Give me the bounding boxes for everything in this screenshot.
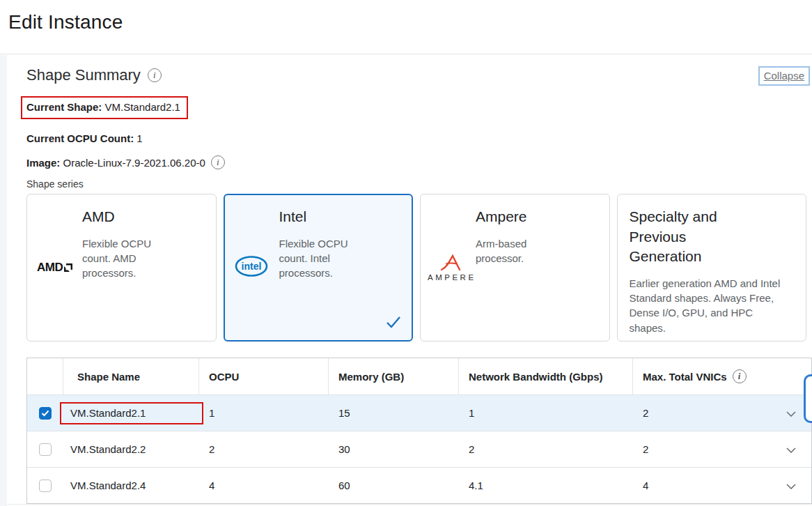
- col-network-bandwidth: Network Bandwidth (Gbps): [459, 358, 633, 394]
- chevron-down-icon[interactable]: [786, 443, 796, 455]
- card-amd[interactable]: AMD AMD Flexible OCPU count. AMD process…: [26, 194, 217, 342]
- cell-shape-name: VM.Standard2.2: [63, 431, 199, 467]
- cell-bandwidth: 4.1: [459, 468, 633, 503]
- cell-shape-name: VM.Standard2.1: [63, 395, 199, 431]
- shape-summary-heading: Shape Summary: [26, 66, 141, 84]
- current-ocpu-value: 1: [136, 132, 142, 144]
- shape-summary-panel: Shape Summary i Collapse Current Shape: …: [7, 55, 812, 506]
- cell-vnics: 2: [633, 395, 811, 431]
- collapse-button[interactable]: Collapse: [758, 66, 810, 86]
- cell-shape-name: VM.Standard2.4: [63, 468, 199, 503]
- table-row-vm-standard2-1[interactable]: VM.Standard2.1 1 15 1 2: [27, 394, 811, 431]
- selected-check-icon: [385, 315, 402, 332]
- row-checkbox-checked[interactable]: [39, 407, 52, 420]
- current-shape-field: Current Shape: VM.Standard2.1: [26, 101, 180, 113]
- shape-series-cards: AMD AMD Flexible OCPU count. AMD process…: [26, 194, 806, 342]
- panel-heading-row: Shape Summary i Collapse: [26, 66, 810, 86]
- shapes-table: Shape Name OCPU Memory (GB) Network Band…: [26, 358, 812, 504]
- cell-ocpu: 1: [199, 395, 329, 431]
- shape-summary-info-icon[interactable]: i: [148, 68, 162, 82]
- cell-memory: 15: [329, 395, 459, 431]
- table-header-row: Shape Name OCPU Memory (GB) Network Band…: [27, 358, 811, 394]
- cell-bandwidth: 2: [459, 431, 633, 467]
- page-title: Edit Instance: [8, 11, 812, 33]
- svg-text:intel: intel: [241, 261, 261, 272]
- amd-logo-icon: AMD: [37, 261, 73, 275]
- card-amd-title: AMD: [82, 207, 205, 227]
- col-memory: Memory (GB): [329, 358, 459, 394]
- card-ampere-title: Ampere: [476, 207, 599, 227]
- col-max-vnics: Max. Total VNICs i: [633, 358, 811, 394]
- chevron-down-icon[interactable]: [786, 407, 796, 419]
- cell-vnics: 2: [633, 431, 811, 467]
- image-label: Image:: [26, 157, 60, 169]
- card-intel-description: Flexible OCPU count. Intel processors.: [279, 236, 359, 281]
- content-area: Shape Summary i Collapse Current Shape: …: [0, 55, 812, 506]
- cell-bandwidth: 1: [459, 395, 633, 431]
- cell-ocpu: 2: [199, 431, 329, 467]
- panel-heading-group: Shape Summary i: [26, 66, 162, 84]
- image-value: Oracle-Linux-7.9-2021.06.20-0: [63, 157, 205, 169]
- image-field: Image: Oracle-Linux-7.9-2021.06.20-0 i: [26, 155, 812, 169]
- card-specialty-description: Earlier generation AMD and Intel Standar…: [630, 276, 787, 335]
- card-amd-description: Flexible OCPU count. AMD processors.: [82, 236, 162, 281]
- cell-vnics: 4: [633, 468, 811, 503]
- ampere-logo-icon: AMPERE: [428, 254, 476, 282]
- table-row-vm-standard2-4[interactable]: VM.Standard2.4 4 60 4.1 4: [27, 467, 811, 503]
- row-checkbox[interactable]: [39, 443, 52, 456]
- image-field-text: Image: Oracle-Linux-7.9-2021.06.20-0: [26, 157, 205, 169]
- card-specialty[interactable]: Specialty and Previous Generation Earlie…: [617, 194, 807, 342]
- card-intel-title: Intel: [279, 207, 403, 227]
- chevron-down-icon[interactable]: [786, 480, 796, 491]
- header-checkbox-cell: [27, 358, 63, 394]
- card-ampere[interactable]: AMPERE Ampere Arm-based processor.: [420, 194, 610, 342]
- vnics-info-icon[interactable]: i: [733, 369, 747, 383]
- col-ocpu: OCPU: [199, 358, 329, 394]
- col-shape-name: Shape Name: [63, 358, 199, 394]
- card-specialty-title: Specialty and Previous Generation: [630, 207, 749, 267]
- divider: [7, 504, 812, 505]
- current-shape-annotation: Current Shape: VM.Standard2.1: [21, 96, 188, 119]
- shape-series-label: Shape series: [26, 178, 812, 190]
- current-ocpu-field: Current OCPU Count: 1: [26, 132, 812, 144]
- clipped-side-tab[interactable]: [804, 374, 812, 423]
- card-ampere-description: Arm-based processor.: [476, 236, 555, 266]
- image-info-icon[interactable]: i: [211, 155, 225, 169]
- row-checkbox[interactable]: [39, 480, 52, 492]
- current-ocpu-label: Current OCPU Count:: [26, 132, 134, 144]
- cell-ocpu: 4: [199, 468, 329, 503]
- cell-memory: 60: [329, 468, 459, 503]
- table-row-vm-standard2-2[interactable]: VM.Standard2.2 2 30 2 2: [27, 431, 811, 467]
- current-shape-label: Current Shape:: [26, 101, 102, 113]
- current-shape-value: VM.Standard2.1: [105, 101, 180, 113]
- intel-logo-icon: intel: [235, 255, 268, 280]
- cell-memory: 30: [329, 431, 459, 467]
- card-intel[interactable]: intel Intel Flexible OCPU count. Intel p…: [224, 194, 414, 342]
- page-header: Edit Instance: [0, 0, 812, 54]
